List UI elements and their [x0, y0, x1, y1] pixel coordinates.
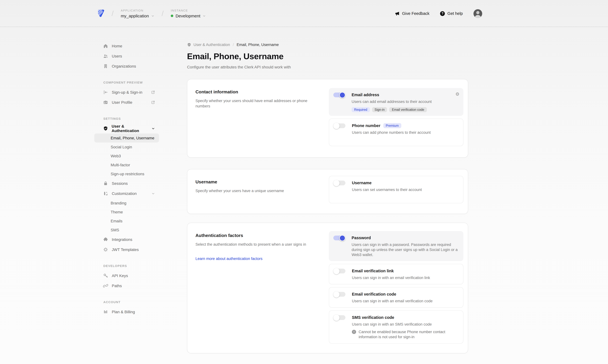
setting-description: Users can sign in with an email verifica…	[352, 275, 459, 280]
password-row: Password Users can sign in with a passwo…	[329, 231, 463, 261]
setting-description: Users can sign in with a password. Passw…	[352, 242, 459, 258]
sidebar-item-user-authentication[interactable]: User & Authentication	[94, 123, 159, 133]
chevron-down-icon	[151, 192, 155, 195]
warning-icon	[352, 330, 356, 334]
user-avatar[interactable]	[473, 9, 482, 18]
sidebar-item-multi-factor[interactable]: Multi-factor	[94, 160, 159, 169]
application-switcher[interactable]: APPLICATION my_application	[121, 9, 154, 18]
sidebar-item-user-profile[interactable]: User Profile	[94, 97, 159, 107]
customization-icon	[103, 191, 108, 196]
sidebar-item-home[interactable]: Home	[94, 41, 159, 51]
sidebar-item-label: User Profile	[112, 100, 132, 104]
sidebar-item-label: Theme	[111, 210, 123, 214]
card-title: Authentication factors	[195, 233, 316, 238]
premium-badge: Premium	[383, 123, 401, 128]
breadcrumb-separator	[233, 43, 234, 47]
badge-sign-in: Sign-in	[372, 107, 387, 112]
page-subtitle: Configure the user attributes the Clerk …	[187, 65, 468, 69]
sidebar-item-jwt-templates[interactable]: JWT Templates	[94, 245, 159, 255]
setting-description: Users can sign in with an email verifica…	[352, 299, 459, 304]
sidebar-item-label: Paths	[112, 284, 122, 288]
sidebar-item-social-login[interactable]: Social Login	[94, 143, 159, 151]
badge-required: Required	[352, 107, 370, 112]
sidebar-item-emails[interactable]: Emails	[94, 217, 159, 225]
sidebar-item-label: Organizations	[112, 64, 136, 68]
sidebar-item-email-phone-username[interactable]: Email, Phone, Username	[94, 133, 159, 143]
shield-icon	[187, 43, 191, 47]
sidebar-item-api-keys[interactable]: API Keys	[94, 271, 159, 281]
sidebar-item-label: Sign-up restrictions	[111, 172, 144, 176]
main-content: User & Authentication Email, Phone, User…	[187, 0, 468, 353]
email-verification-code-toggle[interactable]	[334, 292, 345, 297]
sidebar-item-label: User & Authentication	[112, 124, 151, 133]
clerk-logo[interactable]	[96, 8, 106, 18]
sidebar-item-label: Multi-factor	[111, 163, 130, 167]
key-icon	[103, 273, 108, 278]
email-verification-link-row: Email verification link Users can sign i…	[329, 264, 463, 284]
learn-more-link[interactable]: Learn more about authentication factors	[195, 257, 263, 261]
breadcrumb-current: Email, Phone, Username	[237, 43, 279, 47]
setting-warning: Cannot be enabled because Phone number c…	[352, 329, 459, 340]
instance-status-dot	[171, 14, 173, 17]
gear-icon[interactable]	[455, 92, 459, 96]
setting-title: SMS verification code	[352, 314, 459, 321]
sidebar-item-paths[interactable]: Paths	[94, 281, 159, 291]
sidebar-item-label: Web3	[111, 154, 121, 158]
sidebar-item-users[interactable]: Users	[94, 51, 159, 61]
link-icon	[103, 283, 108, 288]
sidebar-item-integrations[interactable]: Integrations	[94, 234, 159, 245]
users-icon	[103, 53, 108, 59]
application-name: my_application	[121, 13, 149, 18]
puzzle-icon	[103, 237, 108, 242]
sidebar-item-branding[interactable]: Branding	[94, 198, 159, 208]
contact-information-card: Contact information Specify whether your…	[187, 79, 468, 158]
page-title: Email, Phone, Username	[187, 52, 468, 61]
sidebar-item-label: Branding	[111, 201, 126, 205]
badge-email-verification-code: Email verification code	[389, 107, 427, 112]
sidebar-item-theme[interactable]: Theme	[94, 208, 159, 217]
sidebar-item-label: Sign-up & Sign-in	[112, 90, 142, 94]
sidebar-section-label-component-preview: COMPONENT PREVIEW	[94, 80, 159, 85]
sidebar-item-signup-signin[interactable]: Sign-up & Sign-in	[94, 87, 159, 97]
header-separator	[108, 9, 117, 18]
sidebar-item-signup-restrictions[interactable]: Sign-up restrictions	[94, 169, 159, 178]
sidebar-item-sessions[interactable]: Sessions	[94, 178, 159, 188]
phone-number-toggle[interactable]	[334, 123, 345, 128]
email-verification-code-row: Email verification code Users can sign i…	[329, 287, 463, 308]
username-toggle[interactable]	[334, 181, 345, 185]
external-link-icon	[151, 90, 155, 94]
setting-title: Username	[352, 180, 459, 186]
billing-bars-icon	[103, 309, 108, 315]
sidebar-item-label: Emails	[111, 219, 123, 223]
sidebar-item-plan-billing[interactable]: Plan & Billing	[94, 307, 159, 317]
setting-title: Phone number	[352, 123, 380, 128]
email-address-row: Email address Users can add email addres…	[329, 88, 463, 116]
chevron-down-icon	[151, 14, 154, 17]
clerk-dashboard: APPLICATION my_application INSTANCE Deve…	[0, 0, 608, 364]
sidebar-item-label: SMS	[111, 228, 119, 232]
username-row: Username Users can set usernames to thei…	[329, 176, 463, 203]
card-description: Specify whether your users should have e…	[195, 98, 313, 109]
home-icon	[103, 43, 108, 49]
breadcrumb-parent[interactable]: User & Authentication	[187, 43, 230, 47]
sidebar-item-label: API Keys	[112, 273, 128, 278]
sidebar-item-sms[interactable]: SMS	[94, 225, 159, 234]
username-card: Username Specify whether your users have…	[187, 169, 468, 214]
sidebar-section-label-settings: SETTINGS	[94, 116, 159, 121]
setting-description: Users can add email addresses to their a…	[352, 99, 459, 104]
card-description: Select the authentication methods to pre…	[195, 242, 313, 247]
sidebar-item-customization[interactable]: Customization	[94, 188, 159, 198]
application-label: APPLICATION	[121, 9, 154, 12]
lock-icon	[103, 181, 108, 186]
chevron-down-icon	[151, 127, 155, 130]
email-address-toggle[interactable]	[333, 92, 345, 97]
sidebar-item-web3[interactable]: Web3	[94, 151, 159, 160]
sidebar-item-organizations[interactable]: Organizations	[94, 61, 159, 71]
email-verification-link-toggle[interactable]	[334, 269, 345, 273]
setting-badges: Required Sign-in Email verification code	[352, 107, 459, 112]
setting-description: Users can set usernames to their account	[352, 187, 459, 192]
building-icon	[103, 63, 108, 69]
authentication-factors-card: Authentication factors Select the authen…	[187, 223, 468, 353]
password-toggle[interactable]	[333, 235, 345, 240]
sms-verification-code-toggle[interactable]	[334, 315, 345, 320]
